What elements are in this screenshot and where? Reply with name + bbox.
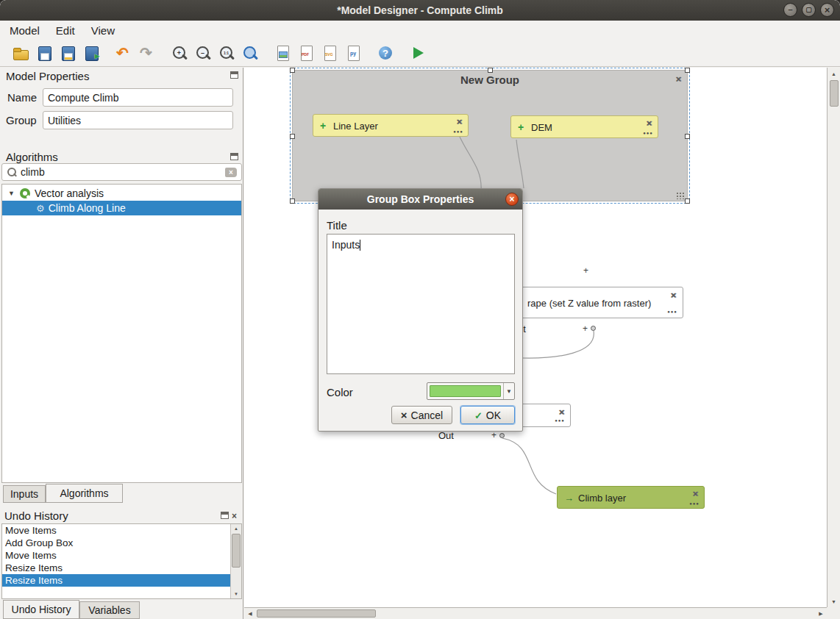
ok-button[interactable]: OK	[460, 406, 515, 424]
ok-button-label: OK	[486, 409, 501, 421]
menu-view[interactable]: View	[83, 22, 123, 39]
run-model-button[interactable]	[406, 42, 430, 64]
title-textarea[interactable]: Inputs	[327, 234, 515, 374]
float-panel-icon[interactable]	[230, 71, 238, 79]
remove-node-icon[interactable]	[558, 407, 564, 417]
canvas-horizontal-scrollbar[interactable]: ◀ ▶	[244, 607, 827, 619]
tab-variables[interactable]: Variables	[79, 601, 140, 619]
chevron-expanded-icon[interactable]	[8, 190, 15, 197]
dialog-close-icon[interactable]	[505, 193, 519, 206]
remove-node-icon[interactable]	[692, 489, 698, 498]
selection-handle[interactable]	[685, 198, 690, 204]
scroll-down-icon[interactable]: ▼	[231, 590, 241, 598]
export-pdf-icon	[298, 45, 314, 61]
undo-list-scrollbar[interactable]: ▲ ▼	[230, 524, 241, 598]
node-line-layer[interactable]: Line Layer	[313, 114, 469, 137]
selection-handle[interactable]	[488, 68, 493, 73]
export-image-button[interactable]	[271, 42, 294, 64]
node-hidden-algorithm[interactable]	[515, 404, 571, 427]
color-picker-button[interactable]	[427, 382, 515, 400]
export-pdf-button[interactable]	[294, 42, 318, 64]
comment-dots-icon[interactable]	[453, 129, 463, 134]
export-script-button[interactable]	[341, 42, 365, 64]
scroll-up-icon[interactable]: ▲	[231, 524, 241, 533]
model-name-input[interactable]	[43, 88, 233, 107]
undo-history-item[interactable]: Move Items	[2, 524, 231, 537]
remove-node-icon[interactable]	[670, 290, 676, 300]
group-label: Group	[6, 114, 37, 126]
tab-inputs[interactable]: Inputs	[3, 485, 46, 503]
minimize-icon[interactable]	[783, 3, 797, 17]
maximize-icon[interactable]	[802, 3, 816, 17]
comment-dots-icon[interactable]	[667, 310, 677, 314]
tab-undo-history[interactable]: Undo History	[3, 600, 79, 619]
selection-handle[interactable]	[685, 68, 690, 73]
redo-button[interactable]	[135, 42, 159, 64]
node-climb-layer[interactable]: Climb layer	[557, 486, 705, 509]
selection-handle[interactable]	[685, 134, 690, 139]
scrollbar-thumb[interactable]	[830, 80, 839, 107]
zoom-actual-button[interactable]	[215, 42, 238, 64]
socket-expand-icon[interactable]: +	[583, 324, 588, 333]
help-icon	[377, 45, 394, 61]
socket-expand-icon[interactable]: +	[491, 431, 496, 440]
undo-history-item[interactable]: Add Group Box	[2, 537, 231, 549]
help-button[interactable]	[374, 42, 397, 64]
scrollbar-thumb[interactable]	[232, 534, 241, 568]
zoom-out-button[interactable]	[191, 42, 215, 64]
undo-history-item[interactable]: Resize Items	[2, 574, 231, 587]
window-titlebar[interactable]: *Model Designer - Compute Climb	[0, 0, 840, 21]
ok-check-icon	[474, 409, 483, 421]
scroll-up-icon[interactable]: ▲	[827, 68, 840, 79]
undo-history-item[interactable]: Move Items	[2, 549, 231, 562]
socket-dot[interactable]	[591, 326, 596, 331]
scroll-left-icon[interactable]: ◀	[244, 608, 256, 619]
menu-model[interactable]: Model	[1, 22, 48, 39]
undo-history-item[interactable]: Resize Items	[2, 562, 231, 574]
comment-dots-icon[interactable]	[643, 131, 653, 135]
tree-item-climb-along-line[interactable]: Climb Along Line	[2, 201, 241, 215]
save-in-project-button[interactable]	[79, 42, 103, 64]
scroll-right-icon[interactable]: ▶	[815, 608, 827, 619]
remove-group-icon[interactable]	[675, 73, 681, 85]
tab-algorithms[interactable]: Algorithms	[46, 484, 123, 503]
selection-handle[interactable]	[290, 68, 295, 73]
close-icon[interactable]	[820, 3, 834, 17]
undo-history-list: ▲ ▼ Move ItemsAdd Group BoxMove ItemsRes…	[1, 523, 242, 599]
selection-handle[interactable]	[290, 198, 295, 204]
algorithm-search-input[interactable]	[21, 166, 225, 178]
node-dem[interactable]: DEM	[510, 115, 658, 138]
model-canvas[interactable]: New Group Line Layer	[244, 68, 827, 607]
float-panel-icon[interactable]	[221, 512, 229, 519]
model-group-input[interactable]	[43, 111, 233, 129]
remove-node-icon[interactable]	[646, 118, 652, 128]
remove-node-icon[interactable]	[456, 117, 462, 126]
scroll-down-icon[interactable]: ▼	[827, 595, 840, 607]
cancel-button[interactable]: Cancel	[391, 406, 452, 424]
menu-edit[interactable]: Edit	[48, 22, 83, 39]
scrollbar-thumb[interactable]	[257, 609, 376, 618]
clear-search-icon[interactable]	[225, 168, 237, 177]
close-panel-icon[interactable]	[232, 509, 237, 522]
undo-button[interactable]	[112, 42, 135, 64]
canvas-vertical-scrollbar[interactable]: ▲ ▼	[827, 68, 840, 607]
socket-dot[interactable]	[499, 433, 505, 438]
comment-dots-icon[interactable]	[555, 418, 565, 423]
save-model-button[interactable]	[32, 42, 56, 64]
tree-group-vector-analysis[interactable]: Vector analysis	[2, 186, 241, 201]
save-model-as-button[interactable]	[56, 42, 79, 64]
selection-handle[interactable]	[290, 134, 295, 139]
zoom-in-button[interactable]	[168, 42, 191, 64]
model-toolbar	[0, 40, 840, 67]
zoom-full-button[interactable]	[238, 42, 262, 64]
node-drape[interactable]: rape (set Z value from raster)	[515, 287, 683, 318]
float-panel-icon[interactable]	[230, 153, 238, 160]
comment-dots-icon[interactable]	[689, 501, 700, 506]
dialog-titlebar[interactable]: Group Box Properties	[318, 189, 522, 210]
node-label: rape (set Z value from raster)	[527, 298, 651, 309]
algorithm-search-box	[1, 163, 242, 181]
chevron-down-icon[interactable]	[503, 383, 514, 399]
open-model-button[interactable]	[9, 42, 32, 64]
socket-expand-icon[interactable]: +	[583, 266, 588, 275]
export-svg-button[interactable]	[318, 42, 341, 64]
